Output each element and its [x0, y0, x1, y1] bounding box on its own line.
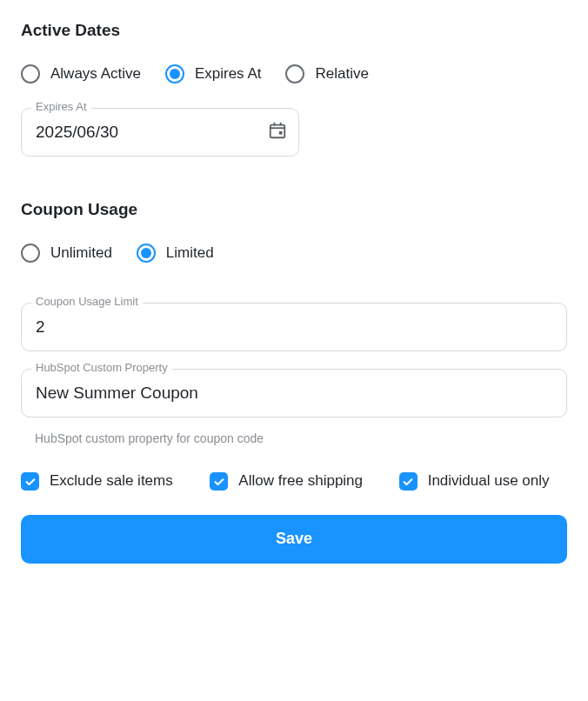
field-label: Expires At — [31, 100, 91, 113]
radio-dot-icon — [165, 64, 184, 83]
radio-always-active[interactable]: Always Active — [21, 64, 141, 83]
checkbox-checked-icon — [210, 472, 228, 491]
coupon-usage-limit-field: Coupon Usage Limit — [21, 303, 567, 351]
radio-label: Always Active — [50, 65, 141, 83]
checkbox-free-shipping[interactable]: Allow free shipping — [210, 470, 378, 492]
checkbox-exclude-sale[interactable]: Exclude sale items — [21, 470, 189, 492]
radio-unlimited[interactable]: Unlimited — [21, 244, 112, 263]
options-checkbox-row: Exclude sale items Allow free shipping I… — [21, 470, 567, 492]
active-dates-heading: Active Dates — [21, 21, 567, 40]
calendar-icon[interactable] — [268, 121, 287, 144]
expires-at-field: Expires At — [21, 108, 299, 157]
radio-label: Limited — [166, 244, 214, 262]
checkbox-label: Allow free shipping — [238, 470, 363, 492]
radio-label: Relative — [315, 65, 368, 83]
coupon-usage-heading: Coupon Usage — [21, 200, 567, 219]
active-dates-radio-group: Always Active Expires At Relative — [21, 64, 567, 83]
radio-label: Unlimited — [50, 244, 112, 262]
hubspot-helper-text: HubSpot custom property for coupon code — [35, 431, 567, 445]
save-button[interactable]: Save — [21, 515, 567, 564]
radio-dot-icon — [21, 244, 40, 263]
hubspot-property-input[interactable] — [21, 369, 567, 417]
field-label: HubSpot Custom Property — [31, 361, 172, 374]
hubspot-property-field: HubSpot Custom Property — [21, 369, 567, 417]
expires-at-input[interactable] — [21, 108, 299, 157]
radio-dot-icon — [21, 64, 40, 83]
radio-label: Expires At — [195, 65, 262, 83]
svg-rect-0 — [271, 125, 285, 138]
radio-expires-at[interactable]: Expires At — [165, 64, 262, 83]
radio-dot-icon — [285, 64, 304, 83]
radio-limited[interactable]: Limited — [137, 244, 214, 263]
radio-dot-icon — [137, 244, 156, 263]
svg-rect-1 — [279, 131, 283, 135]
coupon-usage-limit-input[interactable] — [21, 303, 567, 351]
checkbox-label: Exclude sale items — [50, 470, 173, 492]
checkbox-label: Individual use only — [428, 470, 550, 492]
coupon-usage-radio-group: Unlimited Limited — [21, 244, 567, 263]
checkbox-checked-icon — [21, 472, 39, 491]
radio-relative[interactable]: Relative — [285, 64, 368, 83]
field-label: Coupon Usage Limit — [31, 295, 143, 308]
checkbox-individual-use[interactable]: Individual use only — [399, 470, 567, 492]
checkbox-checked-icon — [399, 472, 418, 491]
